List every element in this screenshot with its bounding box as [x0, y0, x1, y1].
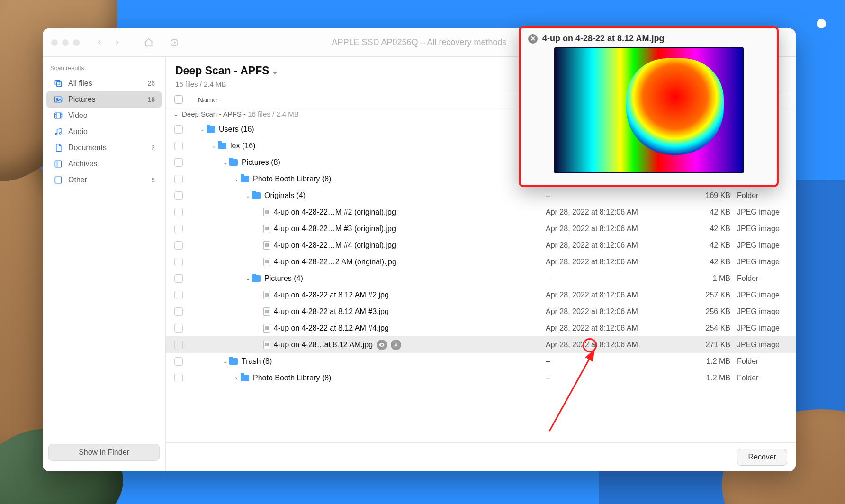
video-icon [53, 110, 63, 121]
folder-icon [241, 176, 249, 182]
disclosure-toggle[interactable]: ⌄ [222, 159, 228, 166]
close-preview-button[interactable]: ✕ [528, 34, 538, 44]
folder-row[interactable]: ›Photo Booth Library (8)--1.2 MBFolder [166, 369, 796, 386]
row-name: Pictures (8) [242, 158, 280, 167]
chevron-down-icon: ⌄ [271, 66, 279, 76]
row-checkbox[interactable] [174, 357, 183, 366]
sidebar-item-pictures[interactable]: Pictures16 [46, 91, 162, 108]
row-date: Apr 28, 2022 at 8:12:06 AM [546, 208, 688, 216]
row-date: Apr 28, 2022 at 8:12:06 AM [546, 241, 688, 250]
sidebar-item-label: Documents [68, 144, 107, 152]
row-kind: JPEG image [730, 225, 787, 233]
row-checkbox[interactable] [174, 307, 183, 316]
row-checkbox[interactable] [174, 291, 183, 299]
disclosure-toggle[interactable]: ⌄ [244, 192, 251, 199]
sidebar-heading: Scan results [43, 63, 165, 75]
forward-button[interactable] [110, 36, 124, 50]
image-file-icon [263, 241, 270, 250]
row-checkbox[interactable] [174, 125, 183, 134]
preview-title: 4-up on 4-28-22 at 8.12 AM.jpg [542, 34, 664, 44]
disclosure-toggle[interactable]: ⌄ [222, 358, 228, 365]
close-window-icon[interactable] [51, 39, 58, 46]
column-name-header[interactable]: Name [198, 96, 217, 104]
file-row[interactable]: 4-up on 4-28-22 at 8.12 AM #3.jpgApr 28,… [166, 303, 796, 320]
file-row[interactable]: 4-up on 4-28-22 at 8.12 AM #4.jpgApr 28,… [166, 320, 796, 336]
file-row[interactable]: 4-up on 4-28-22…2 AM (original).jpgApr 2… [166, 253, 796, 270]
folder-icon [229, 358, 238, 365]
row-checkbox[interactable] [174, 341, 183, 349]
zoom-window-icon[interactable] [73, 39, 80, 46]
row-checkbox[interactable] [174, 258, 183, 266]
folder-icon [218, 143, 226, 149]
chevron-down-icon[interactable]: ⌄ [172, 110, 179, 117]
row-size: 271 KB [688, 341, 730, 349]
sidebar-item-other[interactable]: Other8 [46, 172, 162, 188]
pictures-icon [53, 94, 63, 105]
folder-row[interactable]: ⌄Pictures (4)--1 MBFolder [166, 270, 796, 287]
row-checkbox[interactable] [174, 142, 183, 150]
row-kind: JPEG image [730, 324, 787, 333]
preview-image [554, 47, 744, 173]
sidebar: Scan results All files26Pictures16VideoA… [43, 57, 166, 471]
sidebar-item-archives[interactable]: Archives [46, 156, 162, 172]
disclosure-toggle[interactable]: ⌄ [244, 275, 251, 282]
back-button[interactable] [92, 36, 106, 50]
sidebar-item-all-files[interactable]: All files26 [46, 75, 162, 91]
row-date: Apr 28, 2022 at 8:12:06 AM [546, 225, 688, 233]
row-checkbox[interactable] [174, 175, 183, 183]
sidebar-item-video[interactable]: Video [46, 108, 162, 124]
row-size: 42 KB [688, 241, 730, 250]
svg-rect-17 [55, 177, 61, 183]
row-checkbox[interactable] [174, 158, 183, 167]
row-date: -- [546, 274, 688, 283]
row-checkbox[interactable] [174, 225, 183, 233]
row-checkbox[interactable] [174, 208, 183, 216]
file-row[interactable]: 4-up on 4-28-22…M #3 (original).jpgApr 2… [166, 220, 796, 237]
sidebar-item-audio[interactable]: Audio [46, 124, 162, 140]
row-checkbox[interactable] [174, 324, 183, 333]
archives-icon [53, 159, 63, 169]
file-row[interactable]: 4-up on 4-28…at 8.12 AM.jpg#Apr 28, 2022… [166, 336, 796, 353]
file-row[interactable]: 4-up on 4-28-22 at 8.12 AM #2.jpgApr 28,… [166, 287, 796, 303]
image-file-icon [263, 208, 270, 216]
show-in-finder-button[interactable]: Show in Finder [48, 444, 160, 461]
image-file-icon [263, 307, 270, 316]
sidebar-item-count: 2 [151, 144, 155, 152]
hex-view-button[interactable]: # [391, 340, 401, 350]
sidebar-item-label: Pictures [68, 95, 96, 104]
recover-button[interactable]: Recover [737, 449, 787, 466]
disclosure-toggle[interactable]: ⌄ [210, 142, 217, 149]
row-checkbox[interactable] [174, 191, 183, 200]
row-kind: JPEG image [730, 341, 787, 349]
disclosure-toggle[interactable]: ⌄ [199, 126, 206, 133]
row-name: 4-up on 4-28-22…M #2 (original).jpg [274, 208, 396, 216]
row-name: Photo Booth Library (8) [253, 374, 331, 382]
file-row[interactable]: 4-up on 4-28-22…M #2 (original).jpgApr 2… [166, 204, 796, 220]
preview-button[interactable] [377, 340, 387, 350]
sidebar-item-count: 8 [151, 176, 155, 184]
sidebar-item-label: Other [68, 176, 87, 184]
row-checkbox[interactable] [174, 374, 183, 382]
row-name: Users (16) [219, 125, 254, 134]
row-name: Pictures (4) [264, 274, 303, 283]
disclosure-toggle[interactable]: › [233, 374, 240, 381]
folder-row[interactable]: ⌄Trash (8)--1.2 MBFolder [166, 353, 796, 369]
row-checkbox[interactable] [174, 241, 183, 250]
image-file-icon [263, 258, 270, 266]
home-button[interactable] [141, 35, 156, 50]
svg-rect-3 [57, 82, 62, 87]
row-name: 4-up on 4-28-22…2 AM (original).jpg [274, 258, 396, 266]
row-checkbox[interactable] [174, 274, 183, 283]
svg-rect-2 [55, 80, 60, 85]
rescan-button[interactable] [167, 35, 182, 50]
file-row[interactable]: 4-up on 4-28-22…M #4 (original).jpgApr 2… [166, 237, 796, 253]
folder-row[interactable]: ⌄Originals (4)--169 KBFolder [166, 187, 796, 204]
select-all-checkbox[interactable] [174, 95, 183, 104]
sidebar-item-documents[interactable]: Documents2 [46, 140, 162, 156]
row-name: 4-up on 4-28-22 at 8.12 AM #2.jpg [274, 291, 389, 299]
sidebar-item-label: Archives [68, 160, 97, 168]
svg-point-5 [56, 99, 58, 100]
sidebar-item-label: All files [68, 79, 92, 88]
minimize-window-icon[interactable] [62, 39, 69, 46]
disclosure-toggle[interactable]: ⌄ [233, 175, 240, 182]
